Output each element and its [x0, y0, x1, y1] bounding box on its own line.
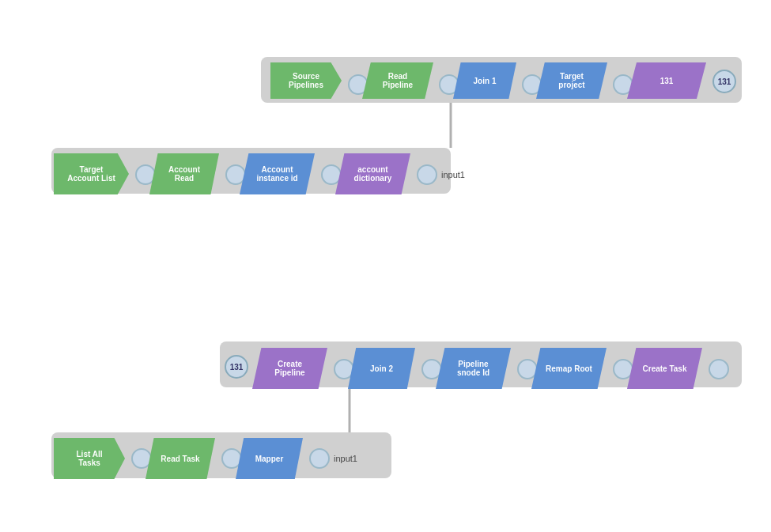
node-read-pipeline[interactable]: Read Pipeline: [362, 62, 433, 99]
connector-8[interactable]: [417, 164, 437, 185]
badge-131-a: 131: [712, 70, 736, 93]
node-target-project[interactable]: Target project: [536, 62, 607, 99]
connector-16[interactable]: [309, 448, 330, 469]
node-source-pipelines[interactable]: Source Pipelines: [270, 62, 342, 99]
node-read-task[interactable]: Read Task: [146, 438, 215, 479]
node-account-instance-id[interactable]: Account instance id: [240, 153, 315, 194]
node-join2[interactable]: Join 2: [348, 348, 415, 389]
node-account-dictionary[interactable]: account dictionary: [335, 153, 410, 194]
connector-13[interactable]: [709, 359, 729, 379]
input1-label-2: input1: [334, 454, 357, 463]
badge-131-b: 131: [225, 355, 248, 379]
node-target-account-list[interactable]: Target Account List: [54, 153, 129, 194]
node-join1[interactable]: Join 1: [453, 62, 516, 99]
node-mapper[interactable]: Mapper: [236, 438, 303, 479]
node-create-task[interactable]: Create Task: [627, 348, 702, 389]
node-attach-account[interactable]: 131: [627, 62, 706, 99]
node-list-all-tasks[interactable]: List All Tasks: [54, 438, 125, 479]
node-remap-root[interactable]: Remap Root: [531, 348, 607, 389]
canvas: Source Pipelines Read Pipeline Join 1 Ta…: [0, 0, 771, 532]
input1-label: input1: [441, 170, 465, 179]
node-create-pipeline[interactable]: Create Pipeline: [252, 348, 327, 389]
node-account-read[interactable]: Account Read: [149, 153, 219, 194]
node-pipeline-snode-id[interactable]: Pipeline snode Id: [436, 348, 511, 389]
